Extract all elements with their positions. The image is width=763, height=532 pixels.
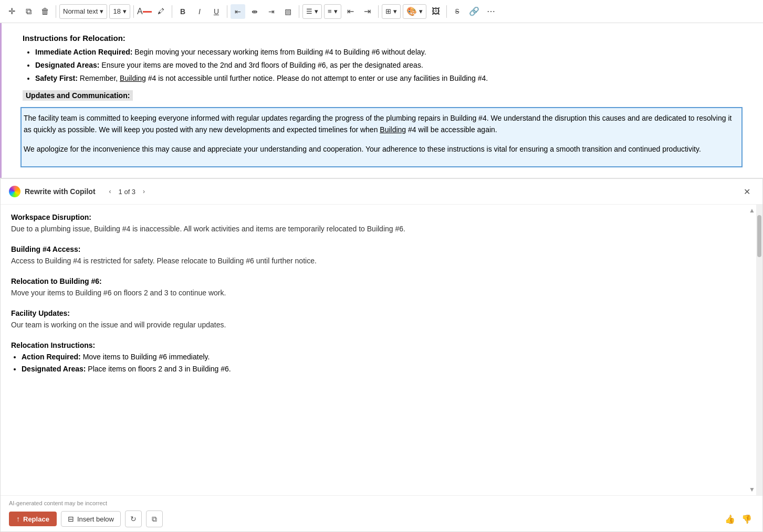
bullet3-text2: #4 is not accessible until further notic… xyxy=(146,74,488,82)
emoji-dropdown[interactable]: 🎨 ▾ xyxy=(403,4,426,19)
underline-button[interactable]: U xyxy=(209,4,224,19)
copilot-panel: Rewrite with Copilot ‹ 1 of 3 › ✕ ▲ Work… xyxy=(0,178,763,532)
copilot-section-1: Workspace Disruption: Due to a plumbing … xyxy=(11,213,752,235)
instructions-heading: Instructions for Relocation: xyxy=(23,34,740,42)
link-icon[interactable]: 🔗 xyxy=(467,4,482,19)
bullet-list-icon: ☰ xyxy=(306,7,312,15)
section2-text: Access to Building #4 is restricted for … xyxy=(11,256,752,267)
updates-heading-box: Updates and Communication: xyxy=(23,90,133,101)
instructions-list: Immediate Action Required: Begin moving … xyxy=(23,47,740,84)
chevron-down-icon: ▾ xyxy=(100,7,103,15)
insert-below-icon: ⊟ xyxy=(68,515,74,523)
copilot-logo-icon xyxy=(9,186,20,197)
bullet1-text: Begin moving your necessary working item… xyxy=(134,48,426,56)
align-left-button[interactable]: ⇤ xyxy=(231,4,245,19)
bullet-b-label: Designated Areas: xyxy=(22,365,86,373)
copilot-title: Rewrite with Copilot xyxy=(25,187,96,196)
thumbs-down-button[interactable]: 👎 xyxy=(739,512,754,526)
scroll-down-indicator: ▼ xyxy=(749,486,755,493)
chevron-down-icon: ▾ xyxy=(315,7,318,15)
bullet2-label: Designated Areas: xyxy=(35,61,99,69)
main-area: Instructions for Relocation: Immediate A… xyxy=(0,23,763,532)
toolbar: ✛ ⧉ 🗑 Normal text ▾ 18 ▾ A 🖍 B I U ⇤ ⇼ ⇥… xyxy=(0,0,763,23)
scrollbar-thumb[interactable] xyxy=(757,215,761,257)
regenerate-button[interactable]: ↻ xyxy=(125,510,142,527)
copilot-nav: ‹ 1 of 3 › xyxy=(104,185,151,198)
bullet-a-text: Move items to Building #6 immediately. xyxy=(83,353,210,361)
bullet2-text: Ensure your items are moved to the 2nd a… xyxy=(101,61,423,69)
section2-title: Building #4 Access: xyxy=(11,245,752,253)
scrollbar-track xyxy=(756,205,762,495)
copilot-section-2: Building #4 Access: Access to Building #… xyxy=(11,245,752,267)
list-item: Designated Areas: Ensure your items are … xyxy=(35,60,740,71)
chevron-down-icon: ▾ xyxy=(123,7,127,15)
divider-6 xyxy=(378,5,379,18)
highlight-color-icon[interactable]: 🖍 xyxy=(154,4,169,19)
ai-disclaimer: AI-generated content may be incorrect xyxy=(9,500,754,506)
para1: The facility team is committed to keepin… xyxy=(24,112,739,136)
font-color-icon[interactable]: A xyxy=(137,4,152,19)
copy-icon[interactable]: ⧉ xyxy=(21,4,36,19)
replace-label: Replace xyxy=(23,515,49,523)
settings-button[interactable]: ⧉ xyxy=(146,510,163,527)
delete-icon[interactable]: 🗑 xyxy=(38,4,53,19)
copilot-next-button[interactable]: › xyxy=(138,185,150,198)
bold-button[interactable]: B xyxy=(175,4,190,19)
section3-text: Move your items to Building #6 on floors… xyxy=(11,288,752,299)
decrease-indent-icon[interactable]: ⇤ xyxy=(343,4,358,19)
chevron-down-icon: ▾ xyxy=(393,7,397,15)
list-item: Immediate Action Required: Begin moving … xyxy=(35,47,740,58)
numbered-list-dropdown[interactable]: ≡ ▾ xyxy=(324,4,341,19)
align-justify-button[interactable]: ▧ xyxy=(281,4,296,19)
relocation-instructions-list: Action Required: Move items to Building … xyxy=(11,352,752,375)
updates-heading: Updates and Communication: xyxy=(26,91,130,100)
increase-indent-icon[interactable]: ⇥ xyxy=(360,4,375,19)
copilot-section-5: Relocation Instructions: Action Required… xyxy=(11,341,752,375)
settings-icon: ⧉ xyxy=(152,515,157,524)
replace-button[interactable]: ↑ Replace xyxy=(9,512,57,526)
divider-2 xyxy=(133,5,134,18)
bullet1-label: Immediate Action Required: xyxy=(35,48,132,56)
align-center-button[interactable]: ⇼ xyxy=(247,4,262,19)
copilot-content[interactable]: ▲ Workspace Disruption: Due to a plumbin… xyxy=(1,205,762,495)
insert-below-button[interactable]: ⊟ Insert below xyxy=(61,511,121,527)
image-icon[interactable]: 🖼 xyxy=(428,4,443,19)
style-label: Normal text xyxy=(63,7,98,15)
strikethrough-icon[interactable]: S xyxy=(450,4,465,19)
bullet-list-dropdown[interactable]: ☰ ▾ xyxy=(302,4,322,19)
insert-table-dropdown[interactable]: ⊞ ▾ xyxy=(382,4,401,19)
section5-title: Relocation Instructions: xyxy=(11,341,752,349)
bullet3-label: Safety First: xyxy=(35,74,78,82)
replace-icon: ↑ xyxy=(16,515,20,523)
italic-button[interactable]: I xyxy=(192,4,207,19)
section4-title: Facility Updates: xyxy=(11,309,752,317)
building-link-1[interactable]: Building xyxy=(120,74,146,82)
para1-cont: #4 will be accessible again. xyxy=(406,125,497,134)
more-options-icon[interactable]: ⋯ xyxy=(484,4,498,19)
font-size-label: 18 xyxy=(113,7,120,15)
divider-4 xyxy=(227,5,227,18)
section3-title: Relocation to Building #6: xyxy=(11,277,752,285)
document-area: Instructions for Relocation: Immediate A… xyxy=(0,23,763,178)
chevron-down-icon: ▾ xyxy=(419,7,423,15)
copilot-section-4: Facility Updates: Our team is working on… xyxy=(11,309,752,331)
style-dropdown[interactable]: Normal text ▾ xyxy=(59,4,107,19)
copilot-header: Rewrite with Copilot ‹ 1 of 3 › ✕ xyxy=(1,179,762,205)
selected-content-block: The facility team is committed to keepin… xyxy=(20,107,743,167)
move-icon[interactable]: ✛ xyxy=(4,4,19,19)
building-link-2[interactable]: Building xyxy=(380,125,406,134)
thumbs-up-button[interactable]: 👍 xyxy=(723,512,737,526)
copilot-prev-button[interactable]: ‹ xyxy=(104,185,117,198)
para2: We apologize for the inconvenience this … xyxy=(24,143,739,155)
list-item: Designated Areas: Place items on floors … xyxy=(22,364,752,375)
align-right-button[interactable]: ⇥ xyxy=(264,4,279,19)
divider-5 xyxy=(299,5,299,18)
copilot-close-button[interactable]: ✕ xyxy=(739,184,754,199)
copilot-footer: AI-generated content may be incorrect ↑ … xyxy=(1,495,762,531)
list-item: Action Required: Move items to Building … xyxy=(22,352,752,363)
font-size-dropdown[interactable]: 18 ▾ xyxy=(109,4,130,19)
regenerate-icon: ↻ xyxy=(130,515,137,523)
copilot-section-3: Relocation to Building #6: Move your ite… xyxy=(11,277,752,299)
emoji-icon: 🎨 xyxy=(406,6,417,16)
divider-1 xyxy=(56,5,56,18)
